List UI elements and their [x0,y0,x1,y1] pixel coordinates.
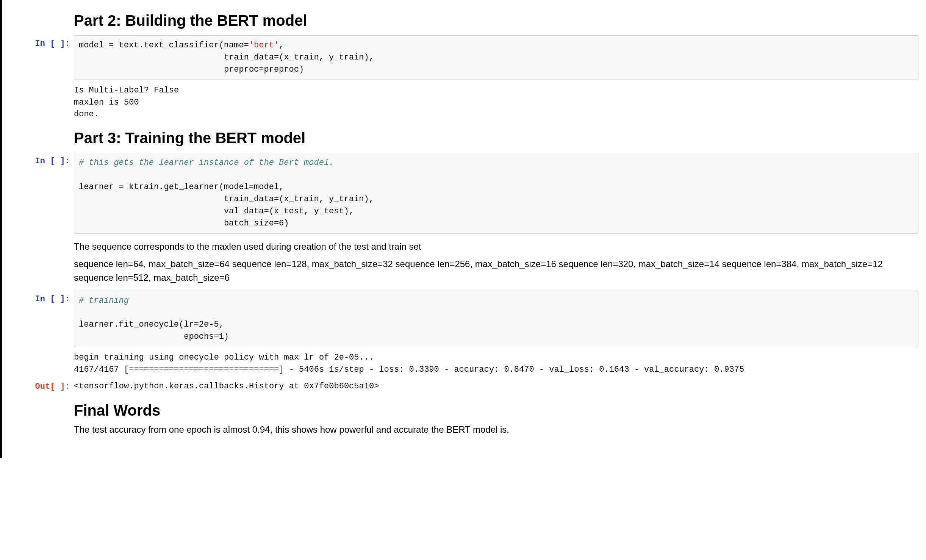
code-comment: # this gets the learner instance of the … [79,158,334,167]
notebook: Part 2: Building the BERT model In [ ]: … [0,0,926,458]
code-cell: In [ ]: # training learner.fit_onecycle(… [9,291,918,347]
prompt-empty [9,5,74,17]
code-text[interactable]: model = text.text_classifier(name='bert'… [79,39,913,76]
output-cell: Is Multi-Label? False maxlen is 500 done… [9,82,918,121]
code-segment: model = text.text_classifier(name= [79,41,249,50]
stdout-text: Is Multi-Label? False maxlen is 500 done… [74,82,918,121]
code-segment: learner = ktrain.get_learner(model=model… [79,182,374,228]
markdown-cell: Part 2: Building the BERT model [9,5,918,33]
input-prompt: In [ ]: [9,35,74,50]
code-text[interactable]: # training learner.fit_onecycle(lr=2e-5,… [79,295,913,343]
code-cell: In [ ]: model = text.text_classifier(nam… [9,35,918,80]
paragraph: sequence len=64, max_batch_size=64 seque… [74,257,918,285]
prompt-empty [9,123,74,134]
paragraph: The test accuracy from one epoch is almo… [74,423,918,436]
prompt-empty [9,236,74,247]
heading-part3: Part 3: Training the BERT model [74,130,918,147]
prompt-empty [9,82,74,94]
stdout-text: begin training using onecycle policy wit… [74,349,918,376]
input-prompt: In [ ]: [9,291,74,305]
prompt-empty [9,395,74,407]
heading-part2: Part 2: Building the BERT model [74,12,918,29]
code-input[interactable]: model = text.text_classifier(name='bert'… [74,35,918,80]
code-text[interactable]: # this gets the learner instance of the … [79,157,913,229]
code-input[interactable]: # training learner.fit_onecycle(lr=2e-5,… [74,291,918,347]
heading-final: Final Words [74,402,918,419]
input-prompt: In [ ]: [9,153,74,167]
prompt-empty [9,349,74,361]
code-input[interactable]: # this gets the learner instance of the … [74,153,918,233]
markdown-cell: The sequence corresponds to the maxlen u… [9,236,918,288]
code-segment: learner.fit_onecycle(lr=2e-5, epochs=1) [79,320,229,341]
markdown-cell: Final Words The test accuracy from one e… [9,395,918,440]
output-cell: begin training using onecycle policy wit… [9,349,918,376]
paragraph: The sequence corresponds to the maxlen u… [74,240,918,253]
output-prompt: Out[ ]: [9,378,74,393]
code-string: 'bert' [249,41,279,50]
result-text: <tensorflow.python.keras.callbacks.Histo… [74,378,918,393]
code-comment: # training [79,296,129,305]
code-cell: In [ ]: # this gets the learner instance… [9,153,918,233]
result-cell: Out[ ]: <tensorflow.python.keras.callbac… [9,378,918,393]
markdown-cell: Part 3: Training the BERT model [9,123,918,150]
